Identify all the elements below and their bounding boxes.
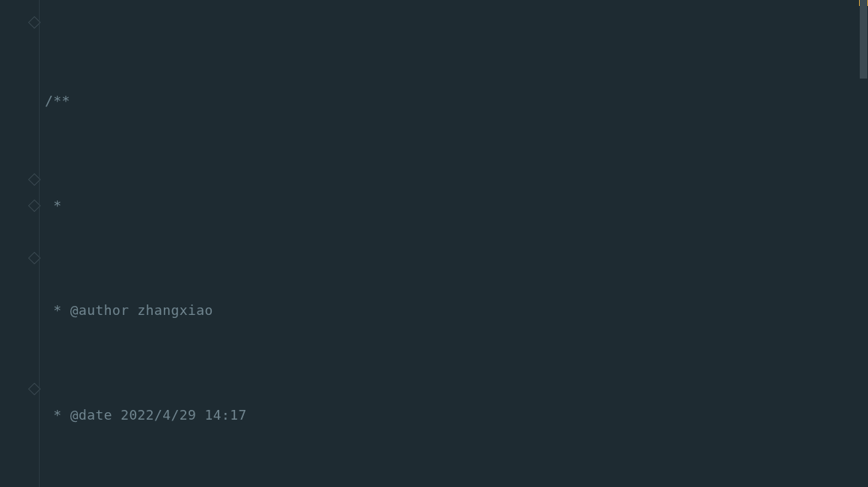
scrollbar-vertical[interactable] <box>859 0 868 487</box>
comment-author-tag: * @author <box>45 302 138 318</box>
code-line[interactable]: * <box>39 192 859 218</box>
gutter <box>0 0 40 487</box>
code-editor[interactable]: /** * * @author zhangxiao * @date 2022/4… <box>0 0 868 487</box>
code-area[interactable]: /** * * @author zhangxiao * @date 2022/4… <box>39 0 859 487</box>
comment-open: /** <box>45 93 70 108</box>
scrollbar-thumb[interactable] <box>860 0 867 79</box>
code-line[interactable]: * @author zhangxiao <box>39 297 859 323</box>
comment-date-tag: * @date <box>45 407 120 423</box>
comment-blank: * <box>45 197 61 213</box>
comment-date: 2022/4/29 14:17 <box>120 407 247 423</box>
code-line[interactable]: /** <box>39 88 859 114</box>
code-line[interactable]: * @date 2022/4/29 14:17 <box>39 402 859 428</box>
comment-author: zhangxiao <box>138 302 213 318</box>
